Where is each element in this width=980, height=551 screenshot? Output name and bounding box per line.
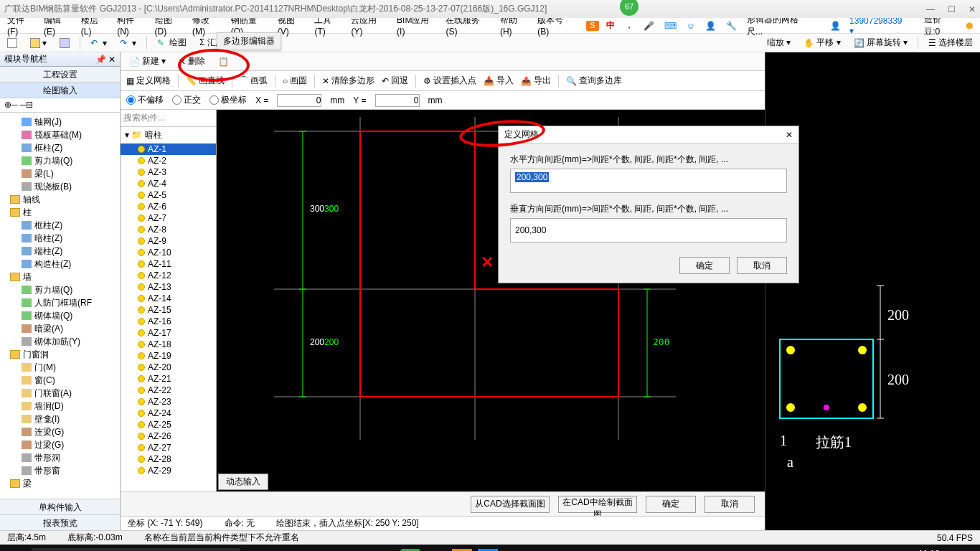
- component-item[interactable]: AZ-26: [121, 430, 216, 442]
- nav-item[interactable]: 梁(L): [1, 167, 118, 180]
- nav-item[interactable]: 框柱(Z): [1, 141, 118, 154]
- y-input[interactable]: [375, 94, 420, 107]
- ime-cn[interactable]: 中: [603, 19, 618, 32]
- ime-user-icon[interactable]: 👤: [702, 21, 719, 31]
- nav-item[interactable]: 人防门框墙(RF: [1, 296, 118, 309]
- dynamic-input-button[interactable]: 动态输入: [218, 474, 268, 490]
- zoom-button[interactable]: 缩放 ▾: [764, 37, 793, 49]
- component-item[interactable]: AZ-14: [121, 293, 216, 304]
- cortana-search[interactable]: ◯ 在这里输入你要搜索的内容: [32, 548, 240, 551]
- component-item[interactable]: AZ-18: [121, 339, 216, 350]
- nav-pin-icon[interactable]: 📌 ✕: [95, 55, 116, 65]
- export-button[interactable]: 📤 导出: [521, 75, 551, 87]
- clear-poly-button[interactable]: ✕ 清除多边形: [322, 75, 374, 87]
- nav-item[interactable]: 墙: [1, 270, 118, 283]
- nav-item[interactable]: 过梁(G): [1, 438, 118, 451]
- nav-item[interactable]: 带形洞: [1, 451, 118, 464]
- draw-line-button[interactable]: 📏 画直线: [186, 75, 225, 87]
- rotate-button[interactable]: 🔄 屏幕旋转 ▾: [851, 37, 910, 49]
- copy-comp-button[interactable]: 📋: [215, 57, 232, 67]
- new-comp-button[interactable]: 📄 新建 ▾: [126, 55, 169, 67]
- x-input[interactable]: [277, 94, 321, 107]
- ime-smile-icon[interactable]: ☺: [684, 21, 698, 31]
- user-avatar-icon[interactable]: 👤: [827, 21, 844, 31]
- new-file-button[interactable]: [4, 38, 20, 48]
- component-item[interactable]: AZ-19: [121, 350, 216, 362]
- nav-item[interactable]: 端柱(Z): [1, 245, 118, 258]
- component-item[interactable]: AZ-21: [121, 373, 216, 385]
- minimize-button[interactable]: —: [926, 4, 935, 14]
- component-item[interactable]: AZ-25: [121, 419, 216, 430]
- start-button[interactable]: ⊞: [4, 548, 26, 551]
- component-item[interactable]: AZ-22: [121, 385, 216, 396]
- nav-item[interactable]: 连梁(G): [1, 425, 118, 438]
- nav-bottom-single[interactable]: 单构件输入: [0, 499, 120, 514]
- nav-item[interactable]: 暗梁(A): [1, 322, 118, 335]
- nav-item[interactable]: 柱: [1, 206, 118, 219]
- import-button[interactable]: 📥 导入: [484, 75, 514, 87]
- draw-button[interactable]: ✎绘图: [154, 37, 189, 49]
- cad-select-button[interactable]: 从CAD选择截面图: [471, 496, 550, 513]
- nav-seg-draw[interactable]: 绘图输入: [0, 83, 120, 98]
- component-item[interactable]: AZ-16: [121, 316, 216, 327]
- component-item[interactable]: AZ-2: [121, 155, 216, 166]
- insert-point-button[interactable]: ⚙ 设置插入点: [423, 75, 476, 87]
- define-grid-button[interactable]: ▦ 定义网格: [126, 75, 171, 87]
- component-item[interactable]: AZ-10: [121, 247, 216, 258]
- component-item[interactable]: AZ-5: [121, 189, 216, 201]
- component-item[interactable]: AZ-4: [121, 178, 216, 189]
- component-search[interactable]: 搜索构件...: [121, 110, 216, 127]
- component-item[interactable]: AZ-6: [121, 201, 216, 212]
- undo-button[interactable]: ↶▾: [88, 38, 110, 48]
- component-item[interactable]: AZ-11: [121, 258, 216, 270]
- ime-s-icon[interactable]: S: [586, 21, 599, 31]
- component-item[interactable]: AZ-3: [121, 166, 216, 178]
- nav-item[interactable]: 砌体加筋(Y): [1, 335, 118, 348]
- nav-item[interactable]: 构造柱(Z): [1, 258, 118, 270]
- nav-tree[interactable]: 轴网(J)筏板基础(M)框柱(Z)剪力墙(Q)梁(L)现浇板(B)轴线柱框柱(Z…: [0, 113, 120, 499]
- collapse-icon[interactable]: ─⊟: [20, 100, 34, 110]
- ime-wrench-icon[interactable]: 🔧: [723, 21, 740, 31]
- nav-item[interactable]: 壁龛(I): [1, 413, 118, 425]
- dialog-close-button[interactable]: ✕: [786, 130, 793, 140]
- del-comp-button[interactable]: ✕ 删除: [176, 55, 208, 67]
- draw-circle-button[interactable]: ○ 画圆: [283, 75, 307, 87]
- v-spacing-input[interactable]: [510, 218, 787, 242]
- redo-button[interactable]: ↷▾: [117, 38, 139, 48]
- component-item[interactable]: AZ-27: [121, 442, 216, 453]
- component-item[interactable]: AZ-20: [121, 362, 216, 373]
- nav-item[interactable]: 剪力墙(Q): [1, 154, 118, 167]
- ime-kbd-icon[interactable]: ⌨: [661, 21, 679, 31]
- ime-punct-icon[interactable]: ，: [622, 19, 636, 32]
- query-poly-button[interactable]: 🔍 查询多边库: [566, 75, 622, 87]
- pan-button[interactable]: ✋ 平移 ▾: [801, 37, 843, 49]
- nav-item[interactable]: 轴网(J): [1, 116, 118, 128]
- component-item[interactable]: AZ-23: [121, 396, 216, 408]
- back-button[interactable]: ↶ 回退: [382, 75, 408, 87]
- component-item[interactable]: AZ-12: [121, 270, 216, 281]
- draw-arc-button[interactable]: ⌒ 画弧: [240, 75, 268, 87]
- component-item[interactable]: AZ-29: [121, 465, 216, 476]
- nav-item[interactable]: 窗(C): [1, 374, 118, 387]
- nav-item[interactable]: 墙洞(D): [1, 400, 118, 413]
- close-button[interactable]: ✕: [969, 4, 976, 14]
- nav-item[interactable]: 门(M): [1, 361, 118, 374]
- component-item[interactable]: AZ-28: [121, 453, 216, 465]
- component-item[interactable]: AZ-8: [121, 224, 216, 235]
- nav-item[interactable]: 带形窗: [1, 464, 118, 477]
- nav-bottom-report[interactable]: 报表预览: [0, 514, 120, 530]
- nav-item[interactable]: 框柱(Z): [1, 219, 118, 232]
- nav-item[interactable]: 剪力墙(Q): [1, 283, 118, 296]
- nav-item[interactable]: 筏板基础(M): [1, 128, 118, 141]
- nav-item[interactable]: 门联窗(A): [1, 387, 118, 400]
- component-item[interactable]: AZ-15: [121, 304, 216, 316]
- nav-item[interactable]: 现浇板(B): [1, 180, 118, 193]
- save-file-button[interactable]: [57, 38, 72, 48]
- nav-item[interactable]: 暗柱(Z): [1, 232, 118, 245]
- open-file-button[interactable]: ▾: [27, 38, 50, 48]
- component-item[interactable]: AZ-17: [121, 327, 216, 339]
- radio-no-offset[interactable]: 不偏移: [126, 94, 164, 106]
- nav-item[interactable]: 梁: [1, 477, 118, 490]
- action-cancel-button[interactable]: 取消: [705, 496, 755, 513]
- dialog-ok-button[interactable]: 确定: [679, 257, 730, 274]
